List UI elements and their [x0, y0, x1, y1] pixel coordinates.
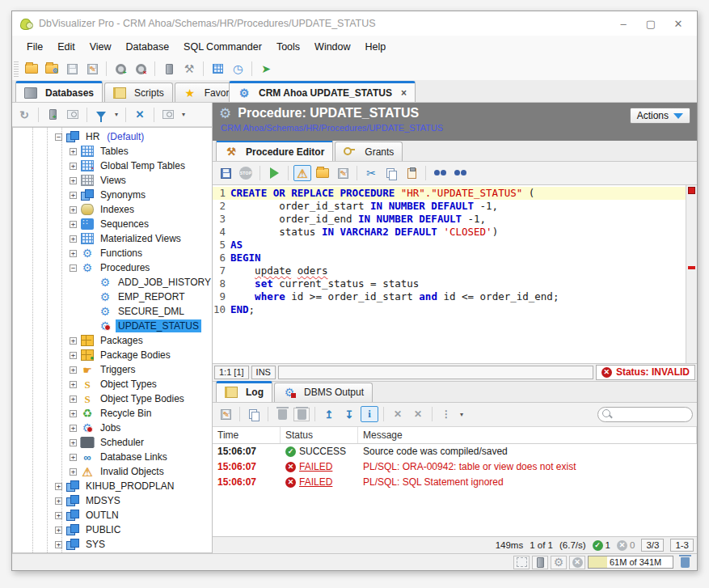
tab-grants[interactable]: Grants — [335, 142, 403, 161]
tree-item-secure-dml[interactable]: ⚙SECURE_DML — [13, 304, 212, 319]
tree-item-mdsys[interactable]: +MDSYS — [13, 493, 212, 508]
menu-database[interactable]: Database — [120, 38, 176, 56]
collapse-all-icon[interactable]: ✕ — [131, 107, 149, 123]
clear-on-execute-icon[interactable] — [293, 408, 310, 421]
tree-item-kihub-prodplan[interactable]: +KIHUB_PRODPLAN — [13, 479, 212, 493]
monitor-clock-icon[interactable]: ◷ — [229, 61, 247, 77]
expand-toggle-icon[interactable]: + — [70, 381, 77, 388]
tree-item-public[interactable]: +PUBLIC — [13, 522, 212, 537]
tree-item-sequences[interactable]: +Sequences — [13, 217, 212, 231]
expand-toggle-icon[interactable]: + — [70, 454, 77, 461]
expand-toggle-icon[interactable]: + — [70, 250, 77, 257]
menu-help[interactable]: Help — [359, 38, 393, 56]
create-connection-icon[interactable]: + — [44, 107, 61, 123]
garbage-collect-button[interactable] — [676, 554, 694, 570]
bookmark-pointer-icon[interactable]: ➤ — [257, 61, 275, 77]
expand-toggle-icon[interactable]: + — [70, 221, 77, 228]
tab-close-icon[interactable]: × — [401, 87, 407, 99]
tree-item-procedures[interactable]: −⚙Procedures — [13, 260, 212, 275]
tab-scripts[interactable]: Scripts — [104, 82, 173, 102]
tree-item-outln[interactable]: +OUTLN — [13, 508, 212, 522]
log-row[interactable]: 15:06:07✕FAILEDPL/SQL: ORA-00942: table … — [213, 459, 697, 475]
expand-toggle-icon[interactable]: + — [70, 337, 77, 345]
tab-crm-ahoa-update-status[interactable]: ⚙ CRM Ahoa UPDATE_STATUS × — [229, 81, 416, 102]
copy-log-icon[interactable] — [245, 406, 263, 422]
filter-icon[interactable] — [92, 107, 110, 123]
filter-caret[interactable]: ▾ — [112, 111, 120, 118]
log-column-message[interactable]: Message — [358, 427, 697, 443]
code-editor[interactable]: 1CREATE OR REPLACE PROCEDURE "HR"."UPDAT… — [213, 184, 697, 364]
expand-toggle-icon[interactable]: + — [55, 483, 62, 490]
grid-status-button[interactable] — [513, 556, 530, 569]
expand-toggle-icon[interactable]: + — [55, 541, 62, 548]
row-height-caret[interactable]: ▾ — [458, 411, 466, 418]
cancel-status-button[interactable]: ✕ — [569, 556, 585, 569]
tree-item-package-bodies[interactable]: +●Package Bodies — [13, 348, 212, 362]
expand-toggle-icon[interactable]: + — [70, 177, 77, 184]
expand-toggle-icon[interactable]: + — [70, 148, 77, 155]
expand-toggle-icon[interactable]: + — [55, 497, 62, 505]
fit-columns-icon[interactable]: ✕ — [409, 406, 427, 422]
tree-item-object-types[interactable]: +SObject Types — [13, 377, 212, 391]
expand-toggle-icon[interactable]: + — [70, 192, 77, 199]
log-search-box[interactable] — [597, 407, 693, 422]
create-folder-icon[interactable] — [64, 107, 82, 123]
show-info-icon[interactable]: i — [361, 406, 378, 422]
expand-toggle-icon[interactable]: + — [70, 206, 77, 214]
object-view-caret[interactable]: ▾ — [179, 111, 188, 118]
code-line-10[interactable]: 10END; — [213, 303, 686, 316]
tree-item-triggers[interactable]: +☛Triggers — [13, 362, 212, 377]
expand-toggle-icon[interactable]: + — [55, 512, 62, 519]
disconnect-icon[interactable]: × — [132, 61, 150, 77]
tree-item-recycle-bin[interactable]: +♻Recycle Bin — [13, 406, 212, 421]
code-line-3[interactable]: 3 order_id_end IN NUMBER DEFAULT -1, — [213, 213, 686, 226]
code-line-1[interactable]: 1CREATE OR REPLACE PROCEDURE "HR"."UPDAT… — [213, 187, 686, 200]
memory-indicator[interactable]: 61M of 341M — [588, 556, 673, 569]
expand-toggle-icon[interactable]: + — [55, 527, 62, 534]
menu-tools[interactable]: Tools — [270, 38, 306, 56]
tree-item-sys[interactable]: +SYS — [13, 537, 212, 552]
maximize-button[interactable]: ▢ — [637, 14, 665, 33]
show-errors-icon[interactable]: ⚠ — [293, 165, 311, 181]
expand-toggle-icon[interactable]: + — [70, 352, 77, 359]
code-line-7[interactable]: 7 update oders — [213, 264, 686, 277]
expand-toggle-icon[interactable]: + — [70, 439, 77, 446]
code-line-5[interactable]: 5AS — [213, 239, 686, 252]
tree-item-indexes[interactable]: +Indexes — [13, 202, 212, 217]
cut-icon[interactable]: ✂ — [362, 165, 380, 181]
tree-item-object-type-bodies[interactable]: +SObject Type Bodies — [13, 391, 212, 406]
line-error-marker[interactable] — [688, 266, 695, 269]
grid-clock-icon[interactable] — [209, 61, 226, 77]
log-row[interactable]: 15:06:07✕FAILEDPL/SQL: SQL Statement ign… — [213, 475, 697, 490]
tree-item-emp-report[interactable]: ⚙EMP_REPORT — [13, 290, 212, 304]
expand-toggle-icon[interactable]: + — [70, 396, 77, 403]
menu-file[interactable]: File — [20, 38, 49, 56]
menu-edit[interactable]: Edit — [51, 38, 82, 56]
tasks-status-button[interactable]: ⚙ — [551, 556, 567, 569]
code-line-9[interactable]: 9 where id >= order_id_start and id <= o… — [213, 290, 686, 303]
tree-item-tables[interactable]: +Tables — [13, 144, 212, 159]
tree-item-global-temp-tables[interactable]: +◔Global Temp Tables — [13, 159, 212, 173]
execute-icon[interactable] — [265, 165, 283, 181]
expand-toggle-icon[interactable]: + — [70, 366, 77, 374]
tree-item-invalid-objects[interactable]: +⚠Invalid Objects — [13, 464, 212, 479]
tree-item-synonyms[interactable]: +Synonyms — [13, 188, 212, 202]
code-line-2[interactable]: 2 order_id_start IN NUMBER DEFAULT -1, — [213, 200, 686, 213]
refresh-objects-icon[interactable]: ↻ — [15, 107, 33, 123]
row-height-icon[interactable]: ⋮ — [437, 406, 455, 422]
save-as-icon[interactable] — [83, 61, 101, 77]
tab-databases[interactable]: Databases — [15, 81, 103, 102]
expand-columns-icon[interactable]: ✕ — [389, 406, 407, 422]
code-line-8[interactable]: 8 set current_status = status — [213, 277, 686, 290]
tab-log[interactable]: Log — [216, 381, 272, 402]
actions-button[interactable]: Actions — [630, 108, 690, 124]
open-file-icon[interactable] — [23, 61, 40, 77]
expand-toggle-icon[interactable]: + — [70, 163, 77, 170]
stop-icon[interactable]: STOP — [237, 165, 255, 181]
tab-procedure-editor[interactable]: ⚒Procedure Editor — [216, 140, 333, 161]
menu-view[interactable]: View — [83, 38, 118, 56]
tree-item-functions[interactable]: +⚙Functions — [13, 246, 212, 260]
copy-icon[interactable] — [382, 165, 400, 181]
connect-icon[interactable]: + — [112, 61, 129, 77]
load-from-file-icon[interactable] — [314, 165, 331, 181]
